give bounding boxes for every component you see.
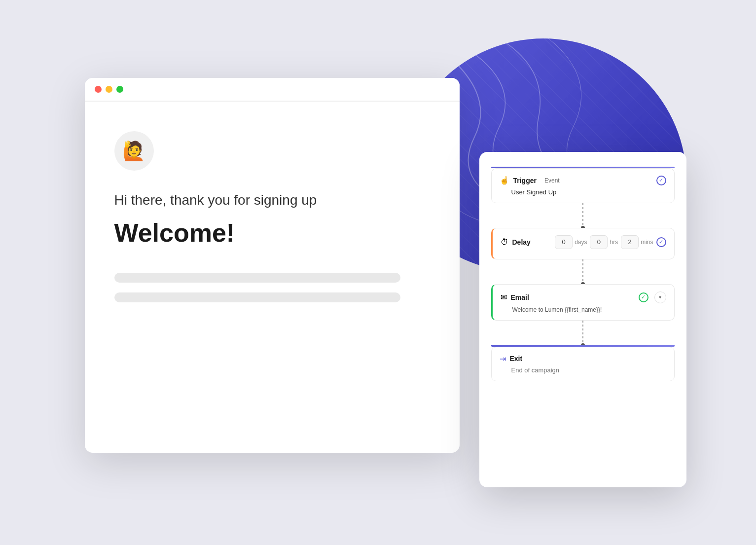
email-block: ✉ Email ▾ Welcome to Lumen {{firs [479, 284, 686, 321]
trigger-check-icon [656, 176, 666, 185]
connector-1 [479, 203, 686, 228]
email-welcome-heading: Welcome! [114, 218, 235, 248]
email-title: Email [511, 293, 529, 301]
delay-days-field: 0 days [555, 235, 587, 249]
email-subject: Welcome to Lumen {{first_name}}! [501, 306, 666, 313]
exit-node[interactable]: ⇥ Exit End of campaign [491, 347, 675, 381]
delay-mins-label: mins [641, 239, 653, 246]
delay-days-input[interactable]: 0 [555, 235, 573, 249]
delay-icon: ⏱ [501, 238, 508, 247]
exit-node-left: ⇥ Exit [500, 354, 523, 363]
delay-title: Delay [512, 238, 531, 246]
delay-hrs-label: hrs [610, 239, 618, 246]
email-node-header: ✉ Email ▾ [501, 291, 666, 303]
minimize-button[interactable] [106, 86, 112, 93]
email-node-left: ✉ Email [501, 292, 529, 302]
exit-subtitle: End of campaign [500, 366, 666, 374]
chevron-down-icon: ▾ [659, 294, 661, 300]
flow-content: ☝️ Trigger Event User Signed Up [479, 162, 686, 386]
email-icon: ✉ [501, 292, 507, 302]
window-titlebar [85, 78, 460, 101]
campaign-flow-window: ☝️ Trigger Event User Signed Up [479, 152, 686, 487]
trigger-icon: ☝️ [500, 176, 509, 185]
delay-hrs-field: 0 hrs [590, 235, 618, 249]
delay-fields: 0 days 0 hrs 2 mins [555, 235, 653, 249]
delay-days-label: days [575, 239, 587, 246]
trigger-node-left: ☝️ Trigger Event [500, 176, 560, 185]
email-body-line-1 [114, 273, 400, 283]
email-content: 🙋 Hi there, thank you for signing up Wel… [85, 102, 460, 332]
trigger-node-header: ☝️ Trigger Event [500, 176, 666, 185]
delay-block: ⏱ Delay 0 days 0 hrs [479, 228, 686, 259]
delay-mins-input[interactable]: 2 [621, 235, 639, 249]
scene-container: 🙋 Hi there, thank you for signing up Wel… [70, 38, 686, 507]
delay-check-icon [656, 237, 666, 247]
exit-title: Exit [510, 355, 523, 363]
exit-node-header: ⇥ Exit [500, 354, 666, 363]
exit-icon: ⇥ [500, 354, 506, 363]
connector-2 [479, 259, 686, 284]
delay-node[interactable]: ⏱ Delay 0 days 0 hrs [491, 228, 675, 259]
delay-node-left: ⏱ Delay [501, 238, 531, 247]
trigger-block: ☝️ Trigger Event User Signed Up [479, 167, 686, 203]
trigger-subtitle: User Signed Up [500, 188, 666, 196]
email-expand-button[interactable]: ▾ [654, 291, 666, 303]
maximize-button[interactable] [116, 86, 123, 93]
close-button[interactable] [95, 86, 102, 93]
trigger-title: Trigger [513, 177, 537, 184]
trigger-node[interactable]: ☝️ Trigger Event User Signed Up [491, 168, 675, 203]
connector-3 [479, 321, 686, 345]
email-check-icon [639, 292, 648, 302]
email-body-line-2 [114, 292, 400, 302]
delay-node-header: ⏱ Delay 0 days 0 hrs [501, 235, 666, 249]
delay-mins-field: 2 mins [621, 235, 653, 249]
delay-hrs-input[interactable]: 0 [590, 235, 608, 249]
exit-block: ⇥ Exit End of campaign [479, 345, 686, 381]
trigger-badge: Event [544, 177, 560, 184]
email-preview-window: 🙋 Hi there, thank you for signing up Wel… [85, 78, 460, 453]
avatar: 🙋 [114, 131, 154, 171]
email-node[interactable]: ✉ Email ▾ Welcome to Lumen {{firs [491, 284, 675, 321]
email-greeting: Hi there, thank you for signing up [114, 190, 317, 210]
